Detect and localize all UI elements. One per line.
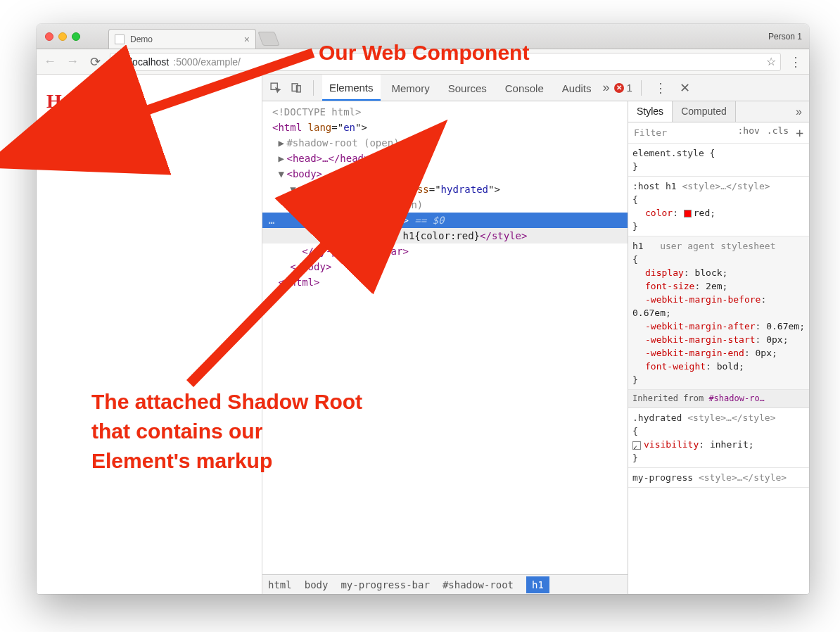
styles-rules: element.style { } :host h1 <style>…</sty… — [628, 144, 809, 594]
browser-tab[interactable]: Demo × — [108, 29, 256, 49]
new-tab-button[interactable] — [257, 32, 279, 46]
devtools-panel: Elements Memory Sources Console Audits »… — [262, 75, 809, 594]
tab-title: Demo — [130, 34, 153, 44]
window-titlebar: Demo × Person 1 — [37, 24, 809, 49]
select-element-icon[interactable] — [267, 82, 284, 94]
styles-filter-input[interactable]: Filter — [634, 127, 667, 138]
dom-shadow-root[interactable]: #shadow-root (open) — [286, 137, 399, 148]
maximize-window-button[interactable] — [72, 32, 80, 41]
crumb-component[interactable]: my-progress-bar — [341, 579, 429, 590]
dom-style-node[interactable]: <style>:host h1{color:red}</style> — [262, 228, 628, 244]
back-button[interactable]: ← — [42, 54, 58, 69]
page-heading: Hello — [46, 90, 252, 113]
rule-hydrated[interactable]: .hydrated <style>…</style> { visibility:… — [628, 408, 809, 468]
checkbox-icon[interactable] — [632, 441, 641, 450]
reload-button[interactable]: ⟳ — [87, 54, 103, 70]
rule-user-agent-h1[interactable]: h1 user agent stylesheet { display: bloc… — [628, 236, 809, 390]
rule-element-style[interactable]: element.style { } — [628, 144, 809, 177]
browser-window: Demo × Person 1 ← → ⟳ i localhost:5000/e… — [37, 24, 809, 594]
tabs-overflow-icon[interactable]: » — [602, 80, 609, 95]
error-count: 1 — [627, 82, 632, 94]
tab-elements[interactable]: Elements — [322, 75, 381, 101]
dom-doctype: <!DOCTYPE html> — [272, 106, 361, 118]
browser-toolbar: ← → ⟳ i localhost:5000/example/ ☆ ⋮ — [37, 49, 809, 75]
close-tab-icon[interactable]: × — [244, 34, 250, 44]
crumb-h1[interactable]: h1 — [526, 576, 549, 593]
dom-tree[interactable]: <!DOCTYPE html> <html lang="en"> ▶#shado… — [262, 101, 628, 574]
tab-styles[interactable]: Styles — [628, 101, 673, 122]
separator — [313, 80, 314, 96]
address-bar[interactable]: i localhost:5000/example/ ☆ — [110, 53, 781, 71]
cls-toggle[interactable]: .cls — [767, 125, 789, 140]
separator — [641, 80, 642, 96]
rule-my-progress[interactable]: my-progress <style>…</style> — [628, 468, 809, 488]
error-counter[interactable]: ✕ 1 — [614, 82, 632, 94]
profile-label[interactable]: Person 1 — [768, 32, 802, 42]
bookmark-star-icon[interactable]: ☆ — [766, 55, 776, 68]
styles-tabs-overflow-icon[interactable]: » — [789, 101, 809, 122]
minimize-window-button[interactable] — [58, 32, 67, 41]
rule-host-h1[interactable]: :host h1 <style>…</style> { color: red; … — [628, 177, 809, 236]
hov-toggle[interactable]: :hov — [738, 125, 760, 140]
styles-pane: Styles Computed » Filter :hov .cls + ele… — [628, 101, 809, 594]
dom-selected-node[interactable]: <h1>Hello</h1> == $0 — [262, 213, 628, 228]
url-host: localhost — [130, 56, 169, 68]
color-swatch-icon[interactable] — [684, 210, 692, 217]
tab-audits[interactable]: Audits — [555, 75, 599, 101]
dom-shadow-root-inner[interactable]: #shadow-root (open) — [310, 199, 423, 210]
tab-sources[interactable]: Sources — [441, 75, 494, 101]
crumb-shadow-root[interactable]: #shadow-root — [443, 579, 514, 590]
close-window-button[interactable] — [45, 32, 53, 41]
crumb-body[interactable]: body — [305, 579, 329, 590]
breadcrumb: html body my-progress-bar #shadow-root h… — [262, 574, 628, 594]
tab-computed[interactable]: Computed — [673, 101, 736, 122]
styles-tabbar: Styles Computed » — [628, 101, 809, 122]
error-icon: ✕ — [614, 83, 624, 93]
device-toolbar-icon[interactable] — [288, 82, 305, 94]
site-info-icon[interactable]: i — [115, 56, 126, 68]
window-controls — [37, 32, 80, 41]
url-path: :5000/example/ — [173, 56, 241, 68]
inherited-from-label: Inherited from #shadow-ro… — [628, 390, 809, 408]
devtools-tabbar: Elements Memory Sources Console Audits »… — [262, 75, 809, 101]
forward-button[interactable]: → — [65, 54, 80, 69]
new-style-rule-icon[interactable]: + — [796, 125, 803, 140]
styles-filter-bar: Filter :hov .cls + — [628, 122, 809, 144]
dom-dollar-zero: == $0 — [409, 215, 445, 226]
devtools-menu-icon[interactable]: ⋮ — [650, 80, 671, 96]
browser-menu-icon[interactable]: ⋮ — [788, 54, 803, 70]
tab-console[interactable]: Console — [498, 75, 551, 101]
page-viewport: Hello — [37, 75, 262, 594]
devtools-close-icon[interactable]: ✕ — [675, 80, 694, 96]
tab-memory[interactable]: Memory — [385, 75, 437, 101]
file-icon — [115, 34, 125, 44]
crumb-html[interactable]: html — [268, 579, 292, 590]
